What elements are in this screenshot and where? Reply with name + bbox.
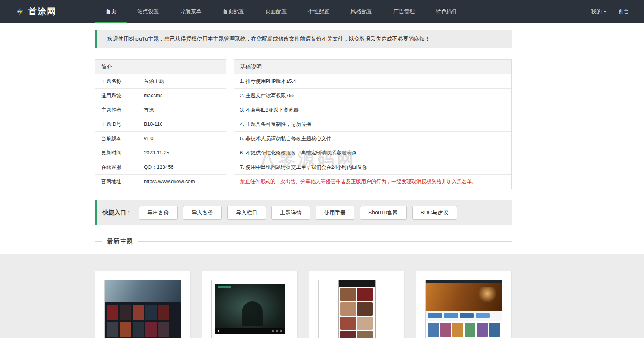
bug-suggestion-button[interactable]: BUG与建议: [412, 206, 457, 220]
my-dropdown-label: 我的: [591, 8, 602, 15]
intro-panel: 简介 主题名称 首涂主题 适用系统 maccms 主题作者 首涂 主题ID号 B…: [95, 59, 226, 189]
notes-panel-title: 基础说明: [234, 60, 511, 74]
table-row: 主题作者 首涂: [95, 103, 226, 117]
import-columns-button[interactable]: 导入栏目: [227, 206, 266, 220]
logo-text: 首涂网: [28, 6, 56, 17]
note-item: 6. 不提供个性化修改服务，高端定制请联系客服洽谈: [234, 146, 511, 160]
table-row: 主题名称 首涂主题: [95, 74, 226, 89]
latest-themes-strip: [0, 254, 644, 338]
frontend-link[interactable]: 前台: [618, 8, 629, 15]
chevron-down-icon: ▾: [604, 9, 606, 14]
intro-row-value: 首涂: [138, 103, 154, 117]
intro-row-label: 更新时间: [95, 146, 138, 160]
theme-card-4[interactable]: [416, 271, 512, 338]
shoutu-site-button[interactable]: ShouTu官网: [360, 206, 407, 220]
note-item: 1. 推荐使用PHP版本≥5.4: [234, 74, 511, 89]
nav-item-featured-plugins[interactable]: 特色插件: [425, 0, 468, 23]
my-dropdown[interactable]: 我的 ▾: [591, 8, 606, 15]
divider: [95, 241, 102, 242]
note-item: 5. 非技术人员请勿私自修改主题核心文件: [234, 132, 511, 146]
intro-row-label: 在线客服: [95, 160, 138, 174]
intro-row-label: 当前版本: [95, 132, 138, 146]
intro-row-label: 主题名称: [95, 74, 138, 88]
note-item: 3. 不兼容IE8及以下浏览器: [234, 103, 511, 117]
nav-item-personal-config[interactable]: 个性配置: [297, 0, 340, 23]
theme-preview-2: [211, 280, 288, 338]
intro-row-value: 首涂主题: [138, 74, 164, 88]
table-row: 更新时间 2023-11-25: [95, 146, 226, 160]
intro-row-value: B10-116: [138, 117, 162, 131]
note-item: 7. 使用中出现问题请提交工单，我们会在24小时内回复你: [234, 160, 511, 175]
table-row: 在线客服 QQ：123456: [95, 160, 226, 175]
latest-themes-header: 最新主题: [95, 237, 512, 246]
logo-icon: [15, 7, 25, 17]
intro-row-value: v1.0: [138, 132, 154, 146]
theme-preview-4: [425, 280, 502, 338]
nav-item-home[interactable]: 首页: [95, 0, 127, 23]
intro-row-label: 主题ID号: [95, 117, 138, 131]
note-warning: 禁止任何形式的二次出售、分享他人等侵害作者及正版用户的行为，一经发现取消授权资格…: [234, 175, 511, 189]
intro-row-label: 主题作者: [95, 103, 138, 117]
import-backup-button[interactable]: 导入备份: [183, 206, 222, 220]
intro-row-label: 适用系统: [95, 89, 138, 103]
info-panels: 简介 主题名称 首涂主题 适用系统 maccms 主题作者 首涂 主题ID号 B…: [95, 59, 512, 189]
intro-row-label: 官网地址: [95, 175, 138, 189]
table-row: 官网地址 https://www.dkewl.com: [95, 175, 226, 189]
main-nav: 首页 站点设置 导航菜单 首页配置 页面配置 个性配置 风格配置 广告管理 特色…: [95, 0, 468, 23]
welcome-alert: 欢迎使用ShouTu主题，您已获得授权使用本主题管理系统，在您配置或修改文件前请…: [95, 30, 512, 48]
logo[interactable]: 首涂网: [15, 0, 56, 23]
table-row: 适用系统 maccms: [95, 89, 226, 103]
top-navbar: 首涂网 首页 站点设置 导航菜单 首页配置 页面配置 个性配置 风格配置 广告管…: [0, 0, 644, 23]
nav-item-page-config[interactable]: 页面配置: [255, 0, 297, 23]
intro-row-value: QQ：123456: [138, 160, 174, 174]
theme-preview-3: [318, 280, 395, 338]
intro-panel-title: 简介: [95, 60, 226, 74]
theme-details-button[interactable]: 主题详情: [271, 206, 310, 220]
notes-panel: 基础说明 1. 推荐使用PHP版本≥5.4 2. 主题文件读写权限755 3. …: [234, 59, 512, 189]
theme-card-3[interactable]: [309, 271, 405, 338]
table-row: 当前版本 v1.0: [95, 132, 226, 146]
navbar-right: 我的 ▾ 前台: [591, 0, 629, 23]
theme-preview-1: [104, 280, 181, 338]
welcome-alert-text: 欢迎使用ShouTu主题，您已获得授权使用本主题管理系统，在您配置或修改文件前请…: [107, 36, 430, 43]
nav-item-nav-menu[interactable]: 导航菜单: [169, 0, 212, 23]
quick-entry-bar: 快捷入口： 导出备份 导入备份 导入栏目 主题详情 使用手册 ShouTu官网 …: [95, 200, 512, 225]
table-row: 主题ID号 B10-116: [95, 117, 226, 132]
nav-item-style-config[interactable]: 风格配置: [340, 0, 383, 23]
theme-card-1[interactable]: [95, 271, 191, 338]
divider: [138, 241, 512, 242]
quick-entry-label: 快捷入口：: [103, 209, 132, 216]
intro-row-value: maccms: [138, 89, 162, 103]
note-item: 4. 主题具备可复制性，请勿传播: [234, 117, 511, 132]
user-manual-button[interactable]: 使用手册: [316, 206, 354, 220]
theme-card-2[interactable]: [202, 271, 298, 338]
nav-item-home-config[interactable]: 首页配置: [212, 0, 255, 23]
intro-row-value: 2023-11-25: [138, 146, 169, 160]
official-site-url: https://www.dkewl.com: [138, 175, 195, 189]
section-title: 最新主题: [102, 237, 138, 246]
export-backup-button[interactable]: 导出备份: [139, 206, 178, 220]
main-content: 欢迎使用ShouTu主题，您已获得授权使用本主题管理系统，在您配置或修改文件前请…: [0, 30, 644, 338]
note-item: 2. 主题文件读写权限755: [234, 89, 511, 103]
nav-item-site-settings[interactable]: 站点设置: [127, 0, 169, 23]
theme-cards: [95, 254, 512, 338]
nav-item-ad-management[interactable]: 广告管理: [383, 0, 425, 23]
